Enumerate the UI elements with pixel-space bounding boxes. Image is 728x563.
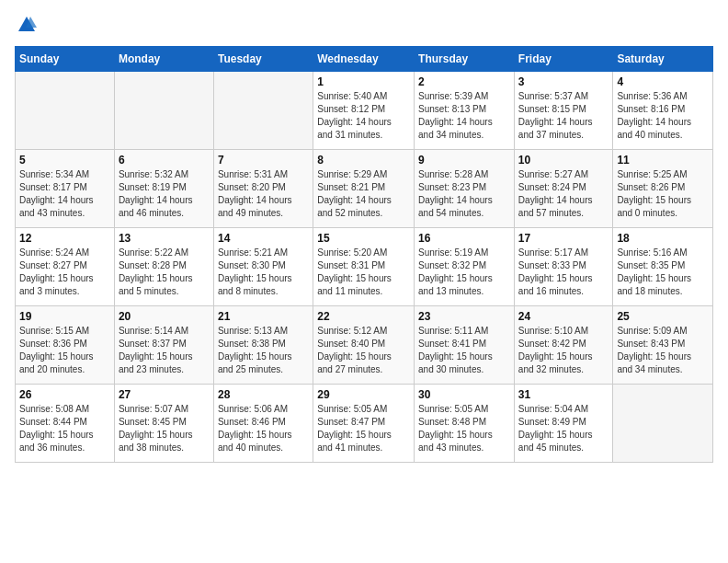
day-number: 30: [418, 388, 510, 401]
calendar-cell: 8Sunrise: 5:29 AMSunset: 8:21 PMDaylight…: [313, 150, 415, 228]
week-row-5: 26Sunrise: 5:08 AMSunset: 8:44 PMDayligh…: [16, 385, 713, 463]
day-number: 26: [19, 388, 110, 401]
calendar-cell: [613, 385, 713, 463]
day-number: 25: [617, 310, 709, 323]
day-info: Sunrise: 5:05 AMSunset: 8:48 PMDaylight:…: [418, 403, 510, 454]
day-number: 21: [218, 310, 309, 323]
day-number: 8: [317, 154, 410, 167]
calendar-cell: 31Sunrise: 5:04 AMSunset: 8:49 PMDayligh…: [514, 385, 613, 463]
calendar-cell: 3Sunrise: 5:37 AMSunset: 8:15 PMDaylight…: [514, 72, 613, 150]
day-number: 3: [518, 75, 609, 88]
day-number: 29: [317, 388, 410, 401]
calendar-cell: 26Sunrise: 5:08 AMSunset: 8:44 PMDayligh…: [16, 385, 115, 463]
week-row-2: 5Sunrise: 5:34 AMSunset: 8:17 PMDaylight…: [16, 150, 713, 228]
day-info: Sunrise: 5:08 AMSunset: 8:44 PMDaylight:…: [19, 403, 110, 454]
calendar-cell: [213, 72, 313, 150]
week-row-4: 19Sunrise: 5:15 AMSunset: 8:36 PMDayligh…: [16, 306, 713, 385]
calendar-cell: 2Sunrise: 5:39 AMSunset: 8:13 PMDaylight…: [415, 72, 515, 150]
calendar-cell: 21Sunrise: 5:13 AMSunset: 8:38 PMDayligh…: [213, 306, 313, 385]
week-row-1: 1Sunrise: 5:40 AMSunset: 8:12 PMDaylight…: [16, 72, 713, 150]
day-number: 5: [19, 154, 110, 167]
day-info: Sunrise: 5:14 AMSunset: 8:37 PMDaylight:…: [119, 325, 210, 376]
calendar-cell: 7Sunrise: 5:31 AMSunset: 8:20 PMDaylight…: [213, 150, 313, 228]
day-number: 31: [518, 388, 609, 401]
day-number: 1: [317, 75, 410, 88]
column-header-friday: Friday: [514, 47, 613, 72]
calendar-cell: 27Sunrise: 5:07 AMSunset: 8:45 PMDayligh…: [114, 385, 213, 463]
day-number: 9: [418, 154, 510, 167]
day-number: 4: [617, 75, 709, 88]
day-info: Sunrise: 5:05 AMSunset: 8:47 PMDaylight:…: [317, 403, 410, 454]
day-number: 20: [119, 310, 210, 323]
calendar-cell: [16, 72, 115, 150]
day-info: Sunrise: 5:07 AMSunset: 8:45 PMDaylight:…: [119, 403, 210, 454]
calendar-cell: 1Sunrise: 5:40 AMSunset: 8:12 PMDaylight…: [313, 72, 415, 150]
day-info: Sunrise: 5:29 AMSunset: 8:21 PMDaylight:…: [317, 168, 410, 220]
day-info: Sunrise: 5:22 AMSunset: 8:28 PMDaylight:…: [119, 247, 210, 298]
calendar-cell: 10Sunrise: 5:27 AMSunset: 8:24 PMDayligh…: [514, 150, 613, 228]
day-number: 19: [19, 310, 110, 323]
day-info: Sunrise: 5:37 AMSunset: 8:15 PMDaylight:…: [518, 90, 609, 142]
day-info: Sunrise: 5:20 AMSunset: 8:31 PMDaylight:…: [317, 247, 410, 298]
calendar-cell: 5Sunrise: 5:34 AMSunset: 8:17 PMDaylight…: [16, 150, 115, 228]
day-number: 28: [218, 388, 309, 401]
day-info: Sunrise: 5:06 AMSunset: 8:46 PMDaylight:…: [218, 403, 309, 454]
day-info: Sunrise: 5:15 AMSunset: 8:36 PMDaylight:…: [19, 325, 110, 376]
day-number: 2: [418, 75, 510, 88]
calendar-cell: 20Sunrise: 5:14 AMSunset: 8:37 PMDayligh…: [114, 306, 213, 385]
calendar-cell: 13Sunrise: 5:22 AMSunset: 8:28 PMDayligh…: [114, 228, 213, 306]
day-number: 17: [518, 232, 609, 245]
day-info: Sunrise: 5:24 AMSunset: 8:27 PMDaylight:…: [19, 247, 110, 298]
day-info: Sunrise: 5:28 AMSunset: 8:23 PMDaylight:…: [418, 168, 510, 220]
day-info: Sunrise: 5:40 AMSunset: 8:12 PMDaylight:…: [317, 90, 410, 142]
calendar-cell: 9Sunrise: 5:28 AMSunset: 8:23 PMDaylight…: [415, 150, 515, 228]
column-header-wednesday: Wednesday: [313, 47, 415, 72]
day-number: 6: [119, 154, 210, 167]
day-number: 27: [119, 388, 210, 401]
calendar-cell: 18Sunrise: 5:16 AMSunset: 8:35 PMDayligh…: [613, 228, 713, 306]
day-number: 12: [19, 232, 110, 245]
calendar-cell: 17Sunrise: 5:17 AMSunset: 8:33 PMDayligh…: [514, 228, 613, 306]
day-info: Sunrise: 5:16 AMSunset: 8:35 PMDaylight:…: [617, 247, 709, 298]
calendar-cell: 12Sunrise: 5:24 AMSunset: 8:27 PMDayligh…: [16, 228, 115, 306]
week-row-3: 12Sunrise: 5:24 AMSunset: 8:27 PMDayligh…: [16, 228, 713, 306]
day-info: Sunrise: 5:36 AMSunset: 8:16 PMDaylight:…: [617, 90, 709, 142]
calendar-cell: 19Sunrise: 5:15 AMSunset: 8:36 PMDayligh…: [16, 306, 115, 385]
day-info: Sunrise: 5:12 AMSunset: 8:40 PMDaylight:…: [317, 325, 410, 376]
day-number: 14: [218, 232, 309, 245]
calendar-cell: 15Sunrise: 5:20 AMSunset: 8:31 PMDayligh…: [313, 228, 415, 306]
day-number: 22: [317, 310, 410, 323]
day-info: Sunrise: 5:27 AMSunset: 8:24 PMDaylight:…: [518, 168, 609, 220]
day-info: Sunrise: 5:13 AMSunset: 8:38 PMDaylight:…: [218, 325, 309, 376]
day-info: Sunrise: 5:11 AMSunset: 8:41 PMDaylight:…: [418, 325, 510, 376]
day-number: 7: [218, 154, 309, 167]
day-number: 11: [617, 154, 709, 167]
calendar-cell: 24Sunrise: 5:10 AMSunset: 8:42 PMDayligh…: [514, 306, 613, 385]
day-info: Sunrise: 5:04 AMSunset: 8:49 PMDaylight:…: [518, 403, 609, 454]
day-info: Sunrise: 5:17 AMSunset: 8:33 PMDaylight:…: [518, 247, 609, 298]
day-info: Sunrise: 5:19 AMSunset: 8:32 PMDaylight:…: [418, 247, 510, 298]
day-number: 16: [418, 232, 510, 245]
calendar-cell: 30Sunrise: 5:05 AMSunset: 8:48 PMDayligh…: [415, 385, 515, 463]
logo-icon: [17, 15, 37, 35]
column-header-tuesday: Tuesday: [213, 47, 313, 72]
column-header-saturday: Saturday: [613, 47, 713, 72]
page-header: [15, 15, 713, 35]
column-header-monday: Monday: [114, 47, 213, 72]
calendar-cell: [114, 72, 213, 150]
calendar-cell: 14Sunrise: 5:21 AMSunset: 8:30 PMDayligh…: [213, 228, 313, 306]
calendar-header-row: SundayMondayTuesdayWednesdayThursdayFrid…: [16, 47, 713, 72]
calendar-cell: 16Sunrise: 5:19 AMSunset: 8:32 PMDayligh…: [415, 228, 515, 306]
day-number: 18: [617, 232, 709, 245]
day-info: Sunrise: 5:31 AMSunset: 8:20 PMDaylight:…: [218, 168, 309, 220]
calendar-table: SundayMondayTuesdayWednesdayThursdayFrid…: [15, 46, 713, 463]
calendar-cell: 11Sunrise: 5:25 AMSunset: 8:26 PMDayligh…: [613, 150, 713, 228]
day-info: Sunrise: 5:09 AMSunset: 8:43 PMDaylight:…: [617, 325, 709, 376]
calendar-cell: 25Sunrise: 5:09 AMSunset: 8:43 PMDayligh…: [613, 306, 713, 385]
calendar-cell: 6Sunrise: 5:32 AMSunset: 8:19 PMDaylight…: [114, 150, 213, 228]
day-number: 23: [418, 310, 510, 323]
day-number: 13: [119, 232, 210, 245]
day-info: Sunrise: 5:34 AMSunset: 8:17 PMDaylight:…: [19, 168, 110, 220]
calendar-cell: 4Sunrise: 5:36 AMSunset: 8:16 PMDaylight…: [613, 72, 713, 150]
day-info: Sunrise: 5:39 AMSunset: 8:13 PMDaylight:…: [418, 90, 510, 142]
